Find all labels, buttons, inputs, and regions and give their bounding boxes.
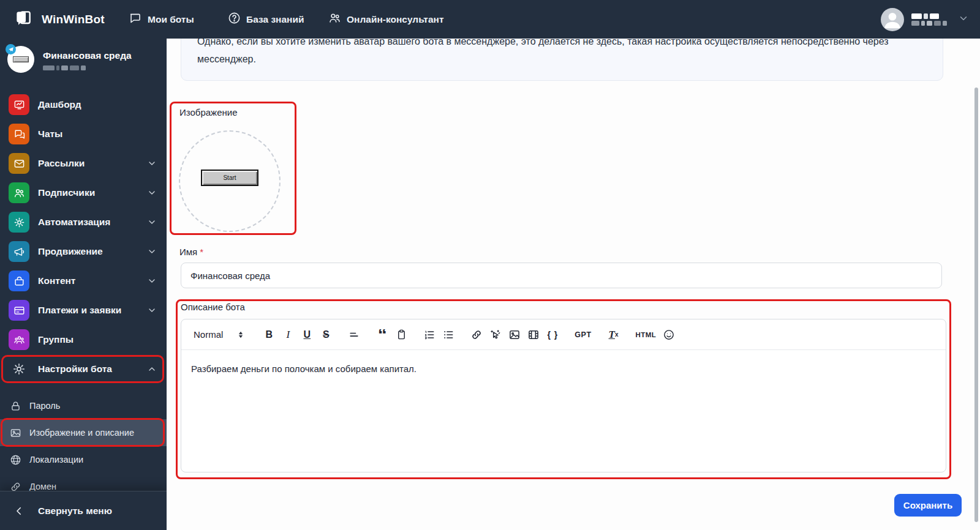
- bot-image-preview: Start: [201, 170, 258, 186]
- sidebar-item-broadcasts[interactable]: Рассылки: [0, 149, 167, 178]
- submenu-item-label: Изображение и описание: [29, 428, 134, 438]
- insert-image-button[interactable]: [508, 327, 521, 343]
- dashboard-icon: [9, 94, 29, 115]
- insert-video-button[interactable]: [527, 327, 540, 343]
- sidebar-item-dashboard[interactable]: Дашборд: [0, 90, 167, 119]
- topnav-label: Мои боты: [148, 14, 194, 25]
- submenu-item-image-description[interactable]: Изображение и описание: [0, 419, 167, 446]
- topnav-online-consultant[interactable]: Онлайн-консультант: [328, 0, 444, 39]
- globe-icon: [10, 454, 21, 466]
- clipboard-button[interactable]: [395, 327, 407, 343]
- topnav-label: Онлайн-консультант: [347, 14, 444, 25]
- bot-name: Финансовая среда: [43, 50, 132, 61]
- lock-icon: [10, 400, 21, 412]
- bot-avatar: [7, 46, 34, 73]
- chat-bubble-icon: [129, 12, 142, 27]
- winwinbot-logo-icon: [13, 9, 33, 31]
- ai-cursor-button[interactable]: [489, 327, 502, 343]
- user-menu[interactable]: [881, 0, 969, 39]
- sidebar-item-bot-settings[interactable]: Настройки бота: [0, 354, 167, 384]
- sidebar-item-groups[interactable]: Группы: [0, 325, 167, 354]
- sidebar-item-promotion[interactable]: Продвижение: [0, 237, 167, 266]
- topnav-my-bots[interactable]: Мои боты: [129, 0, 194, 39]
- sidebar-menu: Дашборд Чаты Рассылки: [0, 90, 167, 384]
- chevron-down-icon: [147, 276, 157, 286]
- sidebar-item-label: Чаты: [38, 129, 62, 140]
- align-button[interactable]: [348, 327, 360, 343]
- save-button[interactable]: Сохранить: [894, 494, 962, 517]
- sidebar-item-subscribers[interactable]: Подписчики: [0, 178, 167, 207]
- sidebar-item-label: Подписчики: [38, 187, 95, 198]
- sidebar-item-label: Дашборд: [38, 99, 81, 110]
- clear-format-button[interactable]: Tx: [608, 327, 620, 343]
- collapse-menu-label: Свернуть меню: [38, 506, 112, 517]
- sidebar-item-label: Платежи и заявки: [38, 305, 121, 316]
- chevron-left-icon: [13, 506, 24, 517]
- style-select-stepper-icon[interactable]: [235, 327, 247, 343]
- submenu-item-label: Домен: [29, 482, 56, 491]
- chevron-down-icon: [958, 13, 969, 26]
- collapse-menu-button[interactable]: Свернуть меню: [0, 491, 167, 530]
- page-scrollbar[interactable]: [974, 88, 978, 522]
- topnav-knowledge-base[interactable]: База знаний: [228, 0, 304, 39]
- bot-name-input[interactable]: [181, 263, 942, 288]
- description-editor-body[interactable]: Разбираем деньги по полочкам и собираем …: [181, 350, 946, 388]
- bot-image-preview-text: Start: [223, 174, 236, 181]
- link-button[interactable]: [470, 327, 483, 343]
- chevron-down-icon: [147, 305, 157, 315]
- html-button[interactable]: HTML: [636, 327, 657, 343]
- ordered-list-button[interactable]: [423, 327, 435, 343]
- megaphone-icon: [9, 241, 29, 262]
- image-icon: [10, 427, 21, 439]
- required-asterisk: *: [200, 247, 203, 257]
- sidebar-item-chats[interactable]: Чаты: [0, 119, 167, 149]
- notice-box: Однако, если вы хотите изменить аватар в…: [181, 39, 943, 81]
- main-content: Однако, если вы хотите изменить аватар в…: [167, 39, 980, 530]
- editor-toolbar: Normal B I U S “: [181, 319, 946, 350]
- sidebar-item-automation[interactable]: Автоматизация: [0, 207, 167, 237]
- submenu-item-label: Пароль: [29, 401, 60, 411]
- chevron-down-icon: [147, 247, 157, 256]
- subscribers-icon: [9, 182, 29, 203]
- sidebar-item-payments[interactable]: Платежи и заявки: [0, 296, 167, 325]
- submenu-item-localizations[interactable]: Локализации: [0, 446, 167, 473]
- bot-profile[interactable]: Финансовая среда: [7, 46, 132, 73]
- user-avatar: [881, 8, 904, 31]
- sidebar-item-label: Контент: [38, 275, 75, 286]
- emoji-button[interactable]: [663, 327, 675, 343]
- gpt-button[interactable]: GPT: [575, 327, 591, 343]
- credit-card-icon: [9, 300, 29, 321]
- brand[interactable]: WinWinBot: [13, 0, 105, 39]
- user-name-redacted: [911, 13, 947, 26]
- submenu-item-password[interactable]: Пароль: [0, 392, 167, 419]
- bold-button[interactable]: B: [263, 327, 275, 343]
- chevron-down-icon: [147, 159, 157, 168]
- sidebar-item-label: Продвижение: [38, 246, 103, 257]
- topbar: WinWinBot Мои боты База знаний: [0, 0, 980, 39]
- sidebar-item-content[interactable]: Контент: [0, 266, 167, 296]
- bullet-list-button[interactable]: [442, 327, 454, 343]
- sidebar: Финансовая среда Дашборд: [0, 39, 167, 530]
- underline-button[interactable]: U: [301, 327, 313, 343]
- brand-name: WinWinBot: [42, 13, 105, 26]
- sidebar-item-label: Автоматизация: [38, 217, 110, 228]
- italic-button[interactable]: I: [282, 327, 294, 343]
- question-circle-icon: [228, 12, 241, 27]
- chevron-down-icon: [147, 217, 157, 227]
- sidebar-item-label: Группы: [38, 334, 74, 345]
- description-editor: Normal B I U S “: [181, 319, 946, 472]
- strikethrough-button[interactable]: S: [320, 327, 332, 343]
- bot-avatar-image: [13, 56, 29, 62]
- sidebar-item-label: Рассылки: [38, 158, 85, 169]
- gear-icon: [9, 359, 29, 379]
- chevron-down-icon: [147, 188, 157, 198]
- blockquote-button[interactable]: “: [376, 329, 388, 340]
- sidebar-item-label: Настройки бота: [38, 364, 112, 375]
- bot-settings-submenu: Пароль Изображение и описание Локализаци…: [0, 392, 167, 500]
- telegram-badge-icon: [6, 44, 16, 54]
- people-icon: [328, 12, 341, 27]
- gear-icon: [9, 212, 29, 233]
- chevron-up-icon: [147, 364, 157, 374]
- style-select[interactable]: Normal: [194, 327, 223, 343]
- code-button[interactable]: { }: [546, 327, 559, 343]
